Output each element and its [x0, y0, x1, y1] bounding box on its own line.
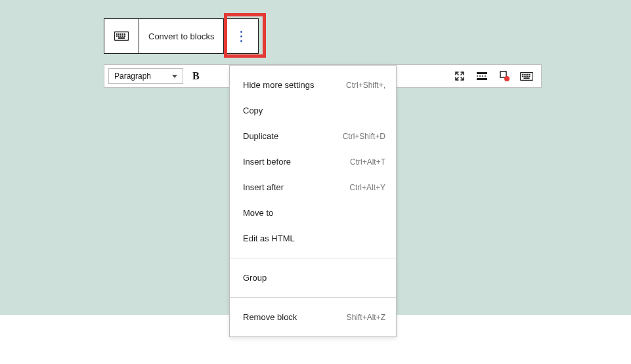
- menu-item-shortcut: Ctrl+Alt+T: [350, 157, 385, 167]
- insert-shortcode-icon[interactable]: [498, 70, 511, 83]
- svg-rect-15: [500, 71, 506, 77]
- block-options-menu: Hide more settings Ctrl+Shift+, Copy Dup…: [229, 65, 397, 337]
- bold-button[interactable]: B: [190, 70, 202, 82]
- distraction-free-icon[interactable]: [453, 70, 466, 83]
- svg-rect-19: [523, 73, 525, 75]
- keyboard-shortcuts-icon[interactable]: [520, 70, 533, 83]
- svg-rect-7: [118, 35, 120, 37]
- menu-item-label: Insert after: [243, 182, 284, 192]
- menu-duplicate[interactable]: Duplicate Ctrl+Shift+D: [230, 123, 396, 149]
- svg-rect-2: [118, 33, 120, 35]
- svg-rect-14: [477, 78, 487, 80]
- menu-copy[interactable]: Copy: [230, 98, 396, 123]
- menu-item-label: Move to: [243, 208, 273, 218]
- keyboard-icon: [114, 31, 129, 41]
- menu-item-label: Group: [243, 273, 267, 283]
- convert-to-blocks-button[interactable]: Convert to blocks: [139, 18, 224, 54]
- svg-rect-18: [522, 73, 523, 75]
- svg-rect-23: [522, 75, 523, 77]
- menu-item-shortcut: Shift+Alt+Z: [347, 313, 385, 322]
- menu-edit-as-html[interactable]: Edit as HTML: [230, 226, 396, 251]
- menu-group[interactable]: Group: [230, 265, 396, 291]
- menu-hide-more-settings[interactable]: Hide more settings Ctrl+Shift+,: [230, 72, 396, 98]
- menu-move-to[interactable]: Move to: [230, 200, 396, 226]
- menu-insert-after[interactable]: Insert after Ctrl+Alt+Y: [230, 174, 396, 200]
- svg-rect-4: [122, 33, 123, 35]
- svg-rect-6: [116, 35, 118, 37]
- svg-rect-3: [120, 33, 121, 35]
- svg-rect-10: [124, 35, 125, 37]
- chevron-down-icon: [172, 75, 177, 78]
- menu-item-shortcut: Ctrl+Shift+,: [346, 81, 385, 90]
- svg-rect-1: [116, 33, 118, 35]
- menu-remove-block[interactable]: Remove block Shift+Alt+Z: [230, 304, 396, 330]
- menu-item-shortcut: Ctrl+Alt+Y: [349, 183, 385, 192]
- svg-rect-11: [118, 37, 125, 39]
- svg-rect-5: [124, 33, 125, 35]
- editor-left-tools: Paragraph B: [108, 68, 202, 84]
- svg-rect-12: [477, 72, 487, 74]
- svg-rect-22: [529, 73, 531, 75]
- screenshot-canvas: Convert to blocks Paragraph B: [0, 0, 631, 364]
- annotation-highlight: [224, 13, 266, 58]
- classic-block-button[interactable]: [104, 18, 139, 54]
- svg-rect-27: [529, 75, 531, 77]
- svg-rect-28: [523, 77, 529, 79]
- menu-item-shortcut: Ctrl+Shift+D: [343, 132, 385, 141]
- editor-right-tools: [453, 70, 533, 83]
- menu-item-label: Hide more settings: [243, 80, 314, 90]
- menu-item-label: Insert before: [243, 157, 291, 167]
- menu-insert-before[interactable]: Insert before Ctrl+Alt+T: [230, 149, 396, 174]
- svg-rect-8: [120, 35, 121, 37]
- svg-rect-9: [122, 35, 123, 37]
- paragraph-select-label: Paragraph: [114, 71, 151, 81]
- svg-rect-24: [523, 75, 525, 77]
- svg-rect-25: [525, 75, 527, 77]
- svg-point-16: [504, 76, 510, 81]
- menu-item-label: Remove block: [243, 312, 297, 322]
- paragraph-select[interactable]: Paragraph: [108, 68, 183, 84]
- menu-item-label: Copy: [243, 106, 263, 115]
- menu-item-label: Edit as HTML: [243, 233, 295, 243]
- convert-label: Convert to blocks: [148, 31, 214, 41]
- menu-item-label: Duplicate: [243, 131, 278, 141]
- svg-rect-20: [525, 73, 527, 75]
- svg-rect-26: [527, 75, 529, 77]
- insert-read-more-icon[interactable]: [475, 70, 489, 83]
- svg-rect-21: [527, 73, 529, 75]
